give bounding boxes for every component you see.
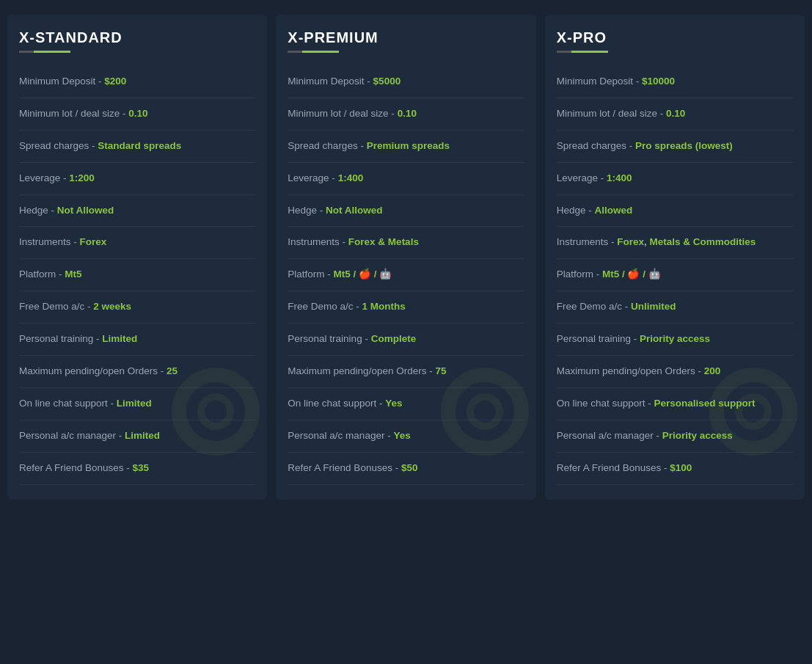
plan-item: Minimum Deposit - $5000 xyxy=(288,66,524,98)
plan-item: On line chat support - Limited xyxy=(19,388,255,420)
plan-item-value: Mt5 / 🍎 / 🤖 xyxy=(602,269,661,280)
plan-item-value: Forex, Metals & Commodities xyxy=(617,236,756,247)
plan-item-value: 0.10 xyxy=(398,108,417,119)
plan-item: Platform - Mt5 / 🍎 / 🤖 xyxy=(557,259,793,291)
plan-item-value: Not Allowed xyxy=(326,205,383,216)
plan-item-label: Spread charges - xyxy=(557,140,635,151)
plan-item-value: 1:400 xyxy=(338,172,364,183)
plan-title-underline-x-pro xyxy=(557,51,608,53)
plan-item: Refer A Friend Bonuses - $35 xyxy=(19,453,255,485)
plan-item-value: $10000 xyxy=(642,76,675,87)
plan-item-label: Hedge - xyxy=(557,205,595,216)
plan-item-label: Platform - xyxy=(557,269,602,280)
plan-item-value: Personalised support xyxy=(654,398,755,409)
plan-item-value: Pro spreads (lowest) xyxy=(635,140,733,151)
plan-item-value: Limited xyxy=(117,398,152,409)
plan-item: Leverage - 1:200 xyxy=(19,163,255,195)
plan-item-label: Personal a/c manager - xyxy=(19,430,125,441)
plan-item-value: Complete xyxy=(371,333,417,344)
plan-item: Refer A Friend Bonuses - $100 xyxy=(557,453,793,485)
plan-item: On line chat support - Personalised supp… xyxy=(557,388,793,420)
plan-item-label: On line chat support - xyxy=(288,398,385,409)
plan-item-label: Spread charges - xyxy=(19,140,98,151)
plan-item-label: Personal a/c manager - xyxy=(557,430,662,441)
plan-item-value: 0.10 xyxy=(128,108,147,119)
plan-card-x-premium: X-PREMIUMMinimum Deposit - $5000Minimum … xyxy=(276,15,535,500)
plan-item-value: Yes xyxy=(393,430,410,441)
plan-item-label: Minimum Deposit - xyxy=(557,76,642,87)
plan-item: Maximum pending/open Orders - 25 xyxy=(19,356,255,388)
plan-item-label: Personal training - xyxy=(19,333,102,344)
plan-title-underline-x-standard xyxy=(19,51,70,53)
plan-item-label: Refer A Friend Bonuses - xyxy=(19,462,133,473)
plan-item-label: Minimum Deposit - xyxy=(19,76,104,87)
plan-item-value: 200 xyxy=(704,365,721,376)
plan-item: Hedge - Not Allowed xyxy=(19,195,255,227)
plan-item: Personal training - Complete xyxy=(288,324,524,356)
plan-item: Refer A Friend Bonuses - $50 xyxy=(288,453,524,485)
plan-item-value: 2 weeks xyxy=(93,301,131,312)
plan-item: Leverage - 1:400 xyxy=(288,163,524,195)
plan-item-value: Forex & Metals xyxy=(348,236,419,247)
plan-item-label: Leverage - xyxy=(288,172,337,183)
plan-item-label: Platform - xyxy=(288,269,333,280)
plan-item-label: Minimum lot / deal size - xyxy=(288,108,397,119)
plan-item-label: Hedge - xyxy=(288,205,326,216)
plan-item: Personal training - Priority access xyxy=(557,324,793,356)
plan-item: Spread charges - Premium spreads xyxy=(288,131,524,163)
plan-item-value: $35 xyxy=(133,462,150,473)
plan-item-label: Instruments - xyxy=(557,236,618,247)
plan-item-label: Maximum pending/open Orders - xyxy=(557,365,704,376)
plan-item-value: Priority access xyxy=(662,430,733,441)
plan-item-value: Allowed xyxy=(594,205,632,216)
plan-title-x-standard: X-STANDARD xyxy=(19,29,255,46)
plan-item-value: Limited xyxy=(102,333,137,344)
plan-item-label: Leverage - xyxy=(557,172,607,183)
plan-item-label: Refer A Friend Bonuses - xyxy=(557,462,670,473)
plan-title-underline-x-premium xyxy=(288,51,339,53)
plan-item: Hedge - Not Allowed xyxy=(288,195,524,227)
plan-item-value: $100 xyxy=(670,462,692,473)
plan-item: Maximum pending/open Orders - 75 xyxy=(288,356,524,388)
plan-item-value: Priority access xyxy=(640,333,710,344)
plan-item-label: On line chat support - xyxy=(19,398,117,409)
plan-item: Free Demo a/c - 1 Months xyxy=(288,291,524,324)
plan-item-value: 0.10 xyxy=(666,108,685,119)
plan-item-label: Hedge - xyxy=(19,205,57,216)
plan-item-value: Limited xyxy=(125,430,160,441)
plan-item-label: Free Demo a/c - xyxy=(19,301,93,312)
plan-item-label: Personal training - xyxy=(288,333,370,344)
plan-item-label: Instruments - xyxy=(288,236,348,247)
plan-item-value: 1:200 xyxy=(69,172,95,183)
plan-item-label: Leverage - xyxy=(19,172,69,183)
plan-item-label: Instruments - xyxy=(19,236,80,247)
plan-item: Hedge - Allowed xyxy=(557,195,793,227)
plan-item-value: Standard spreads xyxy=(98,140,181,151)
plan-item-label: Personal a/c manager - xyxy=(288,430,393,441)
plan-item: Personal training - Limited xyxy=(19,324,255,356)
plan-item-value: Yes xyxy=(385,398,402,409)
plan-item-value: 25 xyxy=(167,365,178,376)
plan-item: Instruments - Forex, Metals & Commoditie… xyxy=(557,227,793,259)
plan-item-value: Mt5 / 🍎 / 🤖 xyxy=(334,269,392,280)
plan-item-label: Minimum lot / deal size - xyxy=(557,108,666,119)
plan-item: Platform - Mt5 xyxy=(19,259,255,291)
plan-item-label: Minimum Deposit - xyxy=(288,76,373,87)
plan-item-label: On line chat support - xyxy=(557,398,654,409)
plan-item: Minimum Deposit - $200 xyxy=(19,66,255,98)
plan-item: Minimum Deposit - $10000 xyxy=(557,66,793,98)
plan-item-value: Mt5 xyxy=(65,269,81,280)
plan-item: On line chat support - Yes xyxy=(288,388,524,420)
plan-item-value: 1 Months xyxy=(362,301,406,312)
plan-item: Spread charges - Pro spreads (lowest) xyxy=(557,131,793,163)
plan-item-value: 75 xyxy=(435,365,446,376)
plans-container: X-STANDARDMinimum Deposit - $200Minimum … xyxy=(7,15,805,500)
plan-item: Minimum lot / deal size - 0.10 xyxy=(557,98,793,131)
plan-item-label: Platform - xyxy=(19,269,65,280)
plan-item-value: Not Allowed xyxy=(57,205,114,216)
plan-item: Free Demo a/c - 2 weeks xyxy=(19,291,255,324)
plan-item-label: Maximum pending/open Orders - xyxy=(288,365,435,376)
plan-item-label: Spread charges - xyxy=(288,140,366,151)
plan-item: Platform - Mt5 / 🍎 / 🤖 xyxy=(288,259,524,291)
plan-item-value: $200 xyxy=(104,76,126,87)
